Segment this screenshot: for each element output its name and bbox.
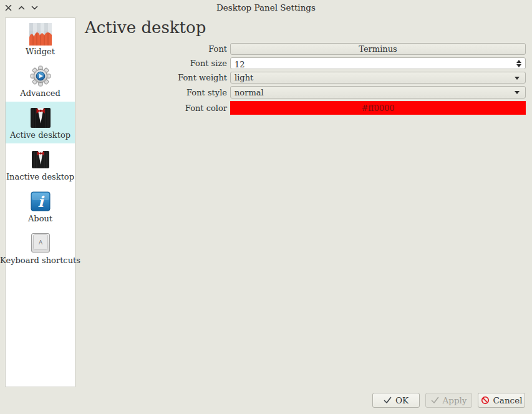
- info-icon: i: [29, 190, 52, 213]
- font-weight-dropdown[interactable]: light: [230, 72, 526, 84]
- spinner-arrows[interactable]: [516, 58, 521, 69]
- font-label: Font: [85, 44, 230, 54]
- sidebar-item-active-desktop[interactable]: Active desktop: [6, 102, 75, 143]
- tuxedo-icon: [29, 107, 52, 129]
- apply-button: Apply: [425, 393, 472, 408]
- sidebar-item-label: Inactive desktop: [6, 172, 74, 181]
- sidebar-item-about[interactable]: i About: [6, 185, 75, 227]
- spin-up-icon[interactable]: [516, 60, 521, 63]
- sidebar-item-label: Advanced: [20, 89, 60, 98]
- font-color-label: Font color: [85, 104, 230, 113]
- page-title: Active desktop: [85, 18, 206, 37]
- font-style-value: normal: [235, 88, 264, 97]
- svg-text:A: A: [38, 239, 42, 246]
- font-style-label: Font style: [85, 88, 230, 97]
- font-weight-label: Font weight: [85, 73, 230, 82]
- check-icon: [384, 397, 392, 404]
- sidebar-item-widget[interactable]: Widget: [6, 18, 75, 60]
- font-size-row: Font size: [85, 57, 526, 69]
- apply-label: Apply: [443, 395, 467, 405]
- font-row: Font Terminus: [85, 43, 526, 55]
- gear-icon: [29, 65, 52, 87]
- widget-chart-icon: [29, 23, 52, 46]
- font-size-spinner: [230, 57, 526, 69]
- ok-button[interactable]: OK: [372, 393, 420, 408]
- font-color-button[interactable]: #ff0000: [230, 101, 526, 115]
- titlebar: Desktop Panel Settings: [0, 0, 532, 15]
- tuxedo-icon: [29, 148, 52, 171]
- cancel-label: Cancel: [493, 395, 523, 405]
- spin-down-icon[interactable]: [516, 64, 521, 67]
- window-title: Desktop Panel Settings: [0, 2, 532, 12]
- dropdown-arrow-icon: [515, 77, 520, 80]
- font-size-input[interactable]: [231, 59, 525, 70]
- font-size-label: Font size: [85, 59, 230, 68]
- ok-label: OK: [395, 395, 409, 405]
- sidebar-item-label: About: [28, 214, 52, 223]
- sidebar-item-keyboard-shortcuts[interactable]: A Keyboard shortcuts: [6, 227, 75, 269]
- keyboard-key-icon: A: [29, 232, 52, 254]
- sidebar: Widget: [5, 17, 75, 387]
- check-icon: [431, 397, 439, 404]
- sidebar-item-label: Keyboard shortcuts: [0, 256, 80, 265]
- font-weight-value: light: [235, 73, 253, 82]
- sidebar-item-label: Active desktop: [10, 130, 70, 140]
- dialog-buttons: OK Apply Cancel: [372, 393, 525, 408]
- font-weight-row: Font weight light: [85, 72, 526, 84]
- sidebar-item-inactive-desktop[interactable]: Inactive desktop: [6, 143, 75, 185]
- font-button[interactable]: Terminus: [230, 43, 526, 55]
- font-color-row: Font color #ff0000: [85, 101, 526, 115]
- sidebar-item-advanced[interactable]: Advanced: [6, 60, 75, 102]
- dropdown-arrow-icon: [515, 91, 520, 94]
- blocked-icon: [481, 396, 490, 405]
- cancel-button[interactable]: Cancel: [478, 393, 525, 408]
- sidebar-item-label: Widget: [26, 47, 55, 56]
- font-style-dropdown[interactable]: normal: [230, 86, 526, 99]
- font-style-row: Font style normal: [85, 86, 526, 99]
